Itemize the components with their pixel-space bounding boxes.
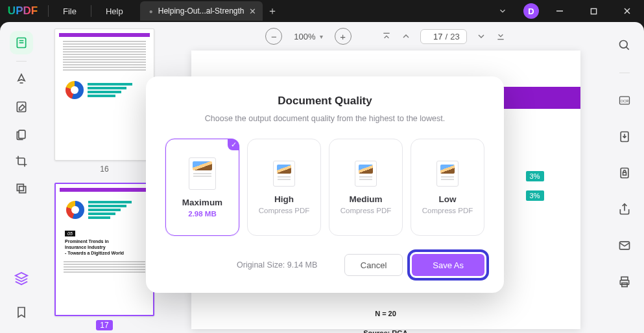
menu-file[interactable]: File xyxy=(51,6,88,16)
thumb-heading-line: - Towards a Digitized World xyxy=(65,250,144,256)
tab-close-icon[interactable]: ✕ xyxy=(249,6,256,16)
menu-help[interactable]: Help xyxy=(94,6,135,16)
chevron-down-icon: ▾ xyxy=(320,33,323,40)
svg-line-16 xyxy=(626,47,629,50)
quality-sub: Compress PDF xyxy=(340,207,392,214)
page-number-field[interactable]: / 23 xyxy=(420,29,467,44)
donut-chart-icon xyxy=(66,201,84,219)
app-body: 16 05 Prominent Trends in Insura xyxy=(0,22,644,333)
protect-button[interactable] xyxy=(613,161,636,185)
svg-point-15 xyxy=(620,41,628,49)
tab-modified-dot-icon: ● xyxy=(149,8,153,15)
modal-subtitle: Choose the output document quality from … xyxy=(165,114,484,123)
quality-name: Medium xyxy=(349,194,382,204)
tool-highlight-button[interactable] xyxy=(10,68,33,91)
document-tab[interactable]: ● Helping-Out...al-Strength ✕ xyxy=(140,1,263,21)
svg-marker-12 xyxy=(16,273,27,279)
quality-thumb-icon xyxy=(273,161,295,187)
convert-button[interactable] xyxy=(613,125,636,148)
zoom-in-button[interactable]: + xyxy=(335,28,352,45)
print-button[interactable] xyxy=(613,270,636,293)
title-bar: UPDF File Help ● Helping-Out...al-Streng… xyxy=(0,0,644,22)
share-button[interactable] xyxy=(613,198,636,221)
quality-option-medium[interactable]: Medium Compress PDF xyxy=(329,139,403,236)
original-size-label: Original Size: 9.14 MB xyxy=(237,260,317,270)
data-badge: 3% xyxy=(526,190,544,201)
quality-name: Low xyxy=(439,194,457,204)
tool-edit-text-button[interactable] xyxy=(10,95,33,119)
quality-name: Maximum xyxy=(182,198,222,207)
tool-crop-button[interactable] xyxy=(10,150,33,173)
tool-stack-button[interactable] xyxy=(10,177,33,200)
section-number: 05 xyxy=(65,231,75,236)
svg-rect-1 xyxy=(591,8,596,14)
divider xyxy=(91,5,91,17)
page-toolbar: − 100% ▾ + / 23 xyxy=(166,22,605,51)
donut-chart-icon xyxy=(66,81,84,99)
quality-sub: Compress PDF xyxy=(259,207,310,214)
page-number-input[interactable] xyxy=(427,32,443,41)
quality-option-high[interactable]: High Compress PDF xyxy=(247,139,321,236)
thumbnail-label-current: 17 xyxy=(96,320,113,330)
quality-sub: Compress PDF xyxy=(422,207,473,214)
quality-thumb-icon xyxy=(355,161,377,187)
zoom-level[interactable]: 100% ▾ xyxy=(291,32,325,41)
svg-rect-11 xyxy=(19,187,26,193)
sidebar-right: OCR xyxy=(605,22,644,333)
data-badge: 3% xyxy=(526,171,544,181)
save-as-button[interactable]: Save As xyxy=(412,254,484,276)
next-page-button[interactable] xyxy=(476,31,486,41)
quality-option-low[interactable]: Low Compress PDF xyxy=(411,139,484,236)
divider xyxy=(619,73,630,73)
app-logo: UPDF xyxy=(0,5,45,17)
svg-text:OCR: OCR xyxy=(621,99,629,103)
new-tab-button[interactable]: ＋ xyxy=(263,5,282,18)
svg-rect-22 xyxy=(623,172,626,175)
thumbnail-page-16[interactable] xyxy=(54,29,154,161)
quality-thumb-icon xyxy=(436,161,459,187)
divider xyxy=(48,5,49,17)
chevron-down-icon[interactable] xyxy=(490,0,516,22)
quality-thumb-icon xyxy=(189,157,216,190)
page-source-label: Source: RGA xyxy=(191,329,580,333)
window-maximize-button[interactable] xyxy=(580,0,606,22)
search-button[interactable] xyxy=(613,34,636,57)
page-n-label: N = 20 xyxy=(191,310,580,317)
user-avatar[interactable]: D xyxy=(523,3,539,19)
quality-size: 2.98 MB xyxy=(188,210,216,218)
last-page-button[interactable] xyxy=(495,31,506,41)
thumbnail-label: 16 xyxy=(54,165,154,174)
prev-page-button[interactable] xyxy=(401,31,411,41)
tool-layers-button[interactable] xyxy=(10,267,33,290)
svg-rect-9 xyxy=(19,130,25,139)
tool-copy-button[interactable] xyxy=(10,122,33,146)
thumb-heading-line: Prominent Trends in xyxy=(65,238,144,244)
thumb-heading-line: Insurance Industry xyxy=(65,244,144,250)
svg-rect-10 xyxy=(17,184,23,190)
tool-bookmark-button[interactable] xyxy=(10,301,33,324)
zoom-out-button[interactable]: − xyxy=(265,28,282,45)
divider xyxy=(16,61,27,62)
modal-title: Document Quality xyxy=(165,95,484,108)
page-total: 23 xyxy=(450,32,459,41)
thumbnail-page-17[interactable]: 05 Prominent Trends in Insurance Industr… xyxy=(54,183,154,316)
check-icon: ✓ xyxy=(228,139,239,150)
first-page-button[interactable] xyxy=(381,31,392,41)
window-close-button[interactable] xyxy=(614,0,640,22)
tab-title: Helping-Out...al-Strength xyxy=(158,6,244,16)
window-minimize-button[interactable] xyxy=(547,0,573,22)
email-button[interactable] xyxy=(613,234,636,257)
sidebar-left xyxy=(0,22,43,333)
cancel-button[interactable]: Cancel xyxy=(344,254,403,276)
quality-option-maximum[interactable]: ✓ Maximum 2.98 MB xyxy=(165,139,239,236)
tool-reader-button[interactable] xyxy=(10,31,33,54)
quality-name: High xyxy=(274,194,294,204)
ocr-button[interactable]: OCR xyxy=(613,89,636,112)
document-quality-modal: Document Quality Choose the output docum… xyxy=(146,76,504,293)
